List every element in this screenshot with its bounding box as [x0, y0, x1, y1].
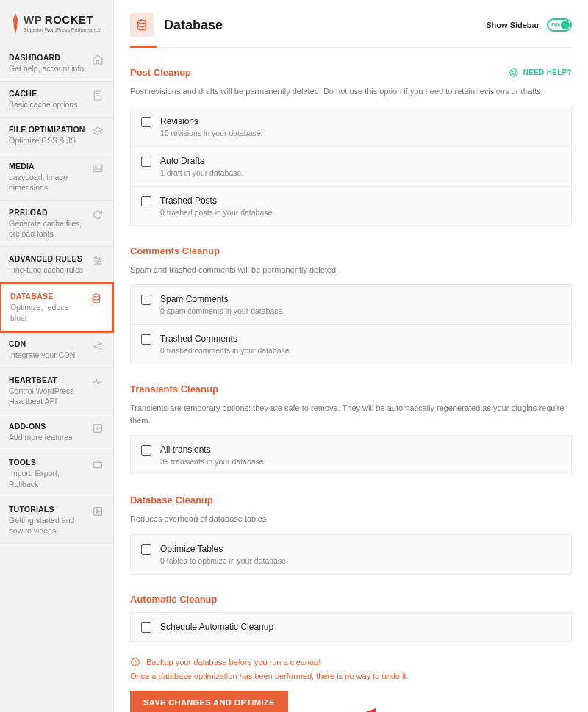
warning-line: Backup your database before you run a cl…: [130, 657, 572, 667]
option-schedule-cleanup: Schedule Automatic Cleanup: [131, 613, 571, 641]
option-spam-comments: Spam Comments 0 spam comments in your da…: [131, 285, 571, 325]
sidebar-item-tools[interactable]: TOOLS Import, Export, Rollback: [0, 450, 113, 497]
checkbox-optimize-tables[interactable]: [141, 544, 151, 555]
option-box: Spam Comments 0 spam comments in your da…: [130, 284, 572, 364]
home-icon: [91, 53, 104, 66]
sidebar-item-cache[interactable]: CACHE Basic cache options: [0, 82, 113, 118]
section-title: Comments Cleanup: [130, 245, 220, 256]
checkbox-spam-comments[interactable]: [141, 295, 151, 305]
sidebar-item-desc: LazyLoad, image dimensions: [9, 172, 87, 193]
page-title: Database: [164, 18, 223, 33]
checkbox-trashed-posts[interactable]: [141, 196, 151, 206]
sidebar-item-desc: Optimize CSS & JS: [9, 135, 87, 145]
section-title: Post Cleanup: [130, 67, 191, 78]
sidebar-item-desc: Get help, account info: [9, 63, 87, 73]
sidebar-item-label: HEARTBEAT: [9, 375, 87, 384]
option-label: Optimize Tables: [160, 544, 288, 554]
section-transients-cleanup: Transients Cleanup Transients are tempor…: [130, 384, 572, 475]
svg-point-33: [135, 664, 135, 664]
sidebar-item-label: MEDIA: [9, 162, 87, 170]
database-icon: [90, 292, 103, 305]
option-trashed-posts: Trashed Posts 0 trashed posts in your da…: [131, 187, 571, 226]
option-label: Revisions: [160, 116, 263, 126]
layers-icon: [91, 125, 104, 138]
option-box: Schedule Automatic Cleanup: [130, 612, 572, 642]
section-automatic-cleanup: Automatic Cleanup Schedule Automatic Cle…: [130, 594, 572, 642]
sidebar-item-advanced-rules[interactable]: ADVANCED RULES Fine-tune cache rules: [0, 247, 113, 283]
section-post-cleanup: Post Cleanup NEED HELP? Post revisions a…: [130, 67, 572, 226]
svg-point-24: [138, 20, 146, 24]
annotation-arrow-icon: [364, 705, 459, 713]
show-sidebar-toggle[interactable]: ON: [547, 18, 572, 32]
sidebar: WP ROCKET Superior WordPress Performance…: [0, 0, 114, 712]
brand-logo: WP ROCKET Superior WordPress Performance: [0, 0, 113, 46]
checkbox-all-transients[interactable]: [141, 445, 151, 456]
page-header: Database Show Sidebar ON: [130, 13, 572, 48]
section-desc: Post revisions and drafts will be perman…: [130, 85, 572, 98]
option-sub: 1 draft in your database.: [160, 168, 243, 177]
svg-point-12: [93, 294, 99, 297]
show-sidebar-label: Show Sidebar: [486, 21, 539, 29]
sidebar-item-media[interactable]: MEDIA LazyLoad, image dimensions: [0, 154, 113, 201]
document-icon: [91, 89, 104, 102]
svg-marker-3: [93, 127, 102, 132]
checkbox-schedule-cleanup[interactable]: [141, 622, 151, 633]
section-desc: Spam and trashed comments will be perman…: [130, 264, 572, 276]
sidebar-item-file-optimization[interactable]: FILE OPTIMIZATION Optimize CSS & JS: [0, 118, 113, 154]
brand-wp: WP: [24, 13, 42, 26]
svg-point-15: [100, 348, 102, 350]
checkbox-revisions[interactable]: [141, 117, 151, 127]
svg-line-17: [96, 346, 99, 348]
section-desc: Reduces overhead of database tables: [130, 513, 572, 525]
sidebar-item-desc: Integrate your CDN: [9, 350, 87, 360]
option-sub: 10 revisions in your database.: [160, 129, 263, 137]
sidebar-item-heartbeat[interactable]: HEARTBEAT Control WordPress Heartbeat AP…: [0, 368, 113, 414]
option-label: Spam Comments: [160, 294, 284, 304]
refresh-icon: [91, 208, 104, 221]
sidebar-item-desc: Control WordPress Heartbeat API: [9, 386, 87, 406]
save-changes-button[interactable]: SAVE CHANGES AND OPTIMIZE: [130, 691, 288, 713]
rocket-icon: [10, 13, 21, 34]
sidebar-item-desc: Optimize, reduce bloat: [10, 302, 85, 323]
option-trashed-comments: Trashed Comments 0 trashed comments in y…: [131, 325, 571, 364]
sidebar-item-label: FILE OPTIMIZATION: [9, 125, 87, 134]
play-icon: [91, 505, 104, 518]
option-optimize-tables: Optimize Tables 0 tables to optimize in …: [131, 535, 571, 574]
svg-point-9: [95, 257, 97, 259]
option-auto-drafts: Auto Drafts 1 draft in your database.: [131, 147, 571, 187]
svg-point-11: [96, 263, 98, 265]
need-help-link[interactable]: NEED HELP?: [509, 68, 572, 78]
sidebar-item-tutorials[interactable]: TUTORIALS Getting started and how to vid…: [0, 497, 113, 544]
section-title: Transients Cleanup: [130, 384, 218, 395]
svg-line-16: [96, 343, 99, 345]
checkbox-trashed-comments[interactable]: [141, 334, 151, 345]
sidebar-item-desc: Fine-tune cache rules: [9, 265, 87, 275]
brand-rocket: ROCKET: [45, 13, 93, 26]
alert-icon: [130, 657, 140, 667]
image-icon: [91, 162, 104, 175]
checkbox-auto-drafts[interactable]: [141, 157, 151, 167]
sidebar-item-cdn[interactable]: CDN Integrate your CDN: [0, 332, 113, 368]
sidebar-item-desc: Basic cache options: [9, 99, 87, 109]
brand-tagline: Superior WordPress Performance: [24, 27, 101, 32]
toggle-on-label: ON: [551, 21, 560, 28]
svg-point-10: [98, 260, 101, 262]
section-title: Database Cleanup: [130, 495, 213, 506]
sidebar-item-preload[interactable]: PRELOAD Generate cache files, preload fo…: [0, 201, 113, 247]
sidebar-item-label: ADVANCED RULES: [9, 254, 87, 263]
main-panel: Database Show Sidebar ON Post Cleanup NE…: [114, 0, 588, 712]
database-icon: [130, 13, 154, 37]
svg-point-14: [100, 342, 102, 344]
sidebar-item-dashboard[interactable]: DASHBOARD Get help, account info: [0, 46, 113, 82]
sidebar-toggle-group: Show Sidebar ON: [486, 18, 572, 32]
sidebar-item-database[interactable]: DATABASE Optimize, reduce bloat: [0, 282, 114, 332]
option-sub: 0 trashed comments in your database.: [160, 346, 292, 355]
warning-text: Backup your database before you run a cl…: [146, 658, 320, 666]
sidebar-item-addons[interactable]: ADD-ONS Add more features: [0, 414, 113, 450]
option-sub: 0 trashed posts in your database.: [160, 208, 274, 217]
active-tab-underline: [130, 46, 157, 48]
section-comments-cleanup: Comments Cleanup Spam and trashed commen…: [130, 245, 572, 365]
option-sub: 0 tables to optimize in your database.: [160, 556, 288, 565]
option-sub: 0 spam comments in your database.: [160, 306, 284, 315]
sidebar-item-desc: Add more features: [9, 432, 87, 442]
